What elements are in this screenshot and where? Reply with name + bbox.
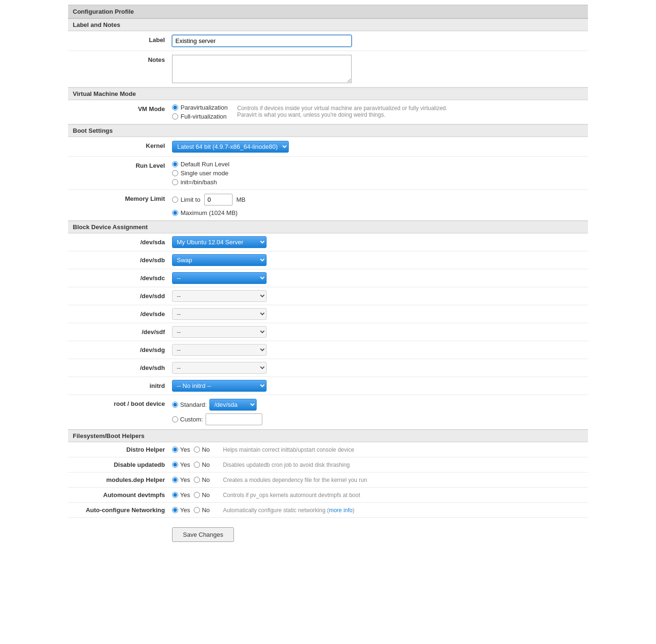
distro-helper-yes-radio[interactable]: [172, 447, 178, 453]
root-standard-radio-label[interactable]: Standard:: [172, 401, 207, 408]
dev-sde-row: /dev/sde --: [68, 305, 588, 323]
run-level-init-option[interactable]: init=/bin/bash: [172, 179, 229, 186]
notes-field-content: [172, 55, 588, 83]
dev-sdc-label: /dev/sdc: [68, 275, 172, 282]
updatedb-no-radio[interactable]: [194, 462, 200, 468]
dev-sdc-row: /dev/sdc --: [68, 269, 588, 287]
memory-limit-radio[interactable]: [172, 197, 178, 203]
label-notes-header: Label and Notes: [68, 18, 588, 31]
notes-field-label: Notes: [68, 55, 172, 63]
memory-max-radio[interactable]: [172, 210, 178, 216]
distro-helper-yes-label[interactable]: Yes: [172, 446, 190, 453]
kernel-select[interactable]: Latest 64 bit (4.9.7-x86_64-linode80): [172, 141, 289, 153]
auto-networking-yes-text: Yes: [180, 507, 190, 514]
updatedb-no-label[interactable]: No: [194, 461, 210, 468]
auto-networking-content: Yes No Automatically configure static ne…: [172, 507, 588, 514]
updatedb-content: Yes No Disables updatedb cron job to avo…: [172, 461, 588, 468]
label-row: Label: [68, 31, 588, 51]
root-custom-input[interactable]: [206, 413, 262, 425]
distro-helper-no-text: No: [202, 446, 210, 453]
root-standard-option: Standard: /dev/sda: [172, 399, 262, 411]
automount-yes-radio[interactable]: [172, 492, 178, 498]
auto-networking-no-label[interactable]: No: [194, 507, 210, 514]
modules-dep-label: modules.dep Helper: [68, 476, 172, 483]
memory-limit-radio-label[interactable]: Limit to: [172, 196, 200, 203]
modules-dep-row: modules.dep Helper Yes No Creates a modu…: [68, 472, 588, 488]
updatedb-hint: Disables updatedb cron job to avoid disk…: [223, 462, 350, 468]
dev-sdg-select[interactable]: --: [172, 344, 267, 356]
notes-textarea[interactable]: [172, 55, 352, 83]
dev-sdd-label: /dev/sdd: [68, 292, 172, 300]
automount-hint: Controls if pv_ops kernels automount dev…: [223, 492, 360, 498]
run-level-default-option[interactable]: Default Run Level: [172, 161, 229, 168]
run-level-init-label: init=/bin/bash: [181, 179, 217, 186]
vm-mode-content: Paravirtualization Full-virtualization C…: [172, 104, 588, 120]
dev-sdb-select[interactable]: Swap: [172, 254, 267, 266]
updatedb-yes-label[interactable]: Yes: [172, 461, 190, 468]
auto-networking-yes-radio[interactable]: [172, 507, 178, 513]
root-standard-radio[interactable]: [172, 402, 178, 408]
dev-sdh-label: /dev/sdh: [68, 364, 172, 371]
initrd-label: initrd: [68, 382, 172, 389]
dev-sda-select[interactable]: My Ubuntu 12.04 Server: [172, 236, 267, 248]
updatedb-label: Disable updatedb: [68, 461, 172, 468]
dev-sdd-select[interactable]: --: [172, 290, 267, 302]
label-input[interactable]: [172, 35, 352, 47]
modules-dep-no-text: No: [202, 476, 210, 483]
memory-max-label: Maximum (1024 MB): [181, 209, 238, 216]
paravirt-option[interactable]: Paravirtualization: [172, 104, 228, 111]
vm-mode-radio-group: Paravirtualization Full-virtualization: [172, 104, 228, 120]
auto-networking-no-radio[interactable]: [194, 507, 200, 513]
memory-max-option[interactable]: Maximum (1024 MB): [172, 209, 245, 216]
automount-no-radio[interactable]: [194, 492, 200, 498]
save-changes-button[interactable]: Save Changes: [172, 527, 234, 542]
memory-limit-input[interactable]: [204, 194, 233, 206]
initrd-select[interactable]: -- No initrd --: [172, 380, 267, 392]
label-field-label: Label: [68, 35, 172, 43]
dev-sdc-select[interactable]: --: [172, 272, 267, 284]
memory-mb-label: MB: [236, 196, 246, 203]
more-info-link[interactable]: more info: [329, 507, 353, 514]
dev-sdh-select[interactable]: --: [172, 362, 267, 374]
filesystem-helpers-header: Filesystem/Boot Helpers: [68, 429, 588, 442]
dev-sdf-select[interactable]: --: [172, 326, 267, 338]
paravirt-radio[interactable]: [172, 104, 178, 111]
distro-helper-no-label[interactable]: No: [194, 446, 210, 453]
run-level-content: Default Run Level Single user mode init=…: [172, 161, 588, 186]
dev-sdf-label: /dev/sdf: [68, 328, 172, 335]
kernel-content: Latest 64 bit (4.9.7-x86_64-linode80): [172, 141, 588, 153]
run-level-radio-group: Default Run Level Single user mode init=…: [172, 161, 229, 186]
automount-yes-label[interactable]: Yes: [172, 491, 190, 498]
run-level-init-radio[interactable]: [172, 179, 178, 185]
paravirt-label: Paravirtualization: [181, 104, 228, 111]
root-standard-select[interactable]: /dev/sda: [209, 399, 257, 411]
run-level-single-radio[interactable]: [172, 170, 178, 176]
config-profile-header: Configuration Profile: [68, 5, 588, 18]
root-custom-radio[interactable]: [172, 416, 178, 422]
run-level-default-label: Default Run Level: [181, 161, 229, 168]
root-custom-radio-label[interactable]: Custom:: [172, 416, 203, 423]
modules-dep-yes-radio[interactable]: [172, 477, 178, 483]
modules-dep-no-radio[interactable]: [194, 477, 200, 483]
dev-sdg-label: /dev/sdg: [68, 346, 172, 353]
notes-row: Notes: [68, 51, 588, 87]
automount-no-label[interactable]: No: [194, 491, 210, 498]
modules-dep-no-label[interactable]: No: [194, 476, 210, 483]
vm-mode-label: VM Mode: [68, 104, 172, 112]
run-level-row: Run Level Default Run Level Single user …: [68, 157, 588, 190]
dev-sda-label: /dev/sda: [68, 239, 172, 246]
dev-sde-select[interactable]: --: [172, 308, 267, 320]
updatedb-yes-radio[interactable]: [172, 462, 178, 468]
distro-helper-row: Distro Helper Yes No Helps maintain corr…: [68, 442, 588, 457]
run-level-default-radio[interactable]: [172, 161, 178, 167]
fullvirt-radio[interactable]: [172, 113, 178, 120]
dev-sdd-row: /dev/sdd --: [68, 287, 588, 305]
updatedb-no-text: No: [202, 461, 210, 468]
run-level-single-option[interactable]: Single user mode: [172, 170, 229, 177]
auto-networking-yes-label[interactable]: Yes: [172, 507, 190, 514]
fullvirt-option[interactable]: Full-virtualization: [172, 113, 228, 120]
memory-limit-option: Limit to MB: [172, 194, 245, 206]
distro-helper-no-radio[interactable]: [194, 447, 200, 453]
updatedb-row: Disable updatedb Yes No Disables updated…: [68, 457, 588, 472]
modules-dep-yes-label[interactable]: Yes: [172, 476, 190, 483]
